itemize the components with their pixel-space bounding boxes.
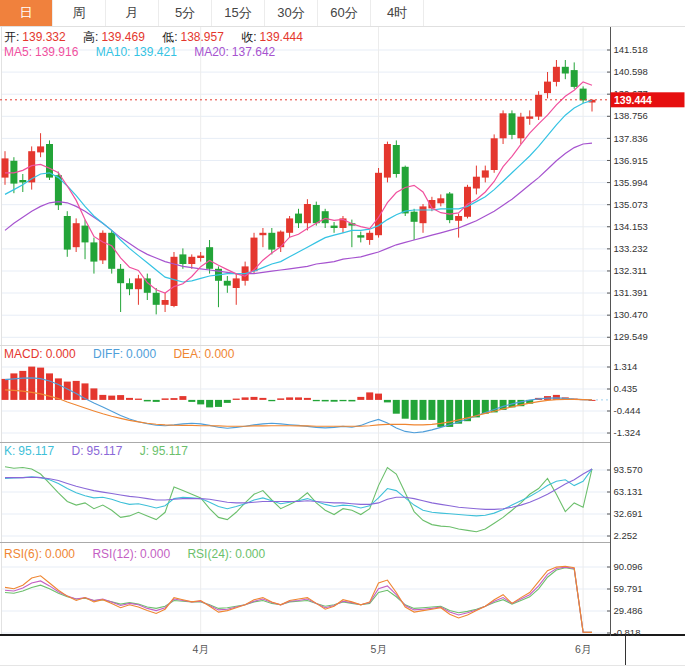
- svg-text:1.314: 1.314: [614, 361, 638, 372]
- svg-text:2.252: 2.252: [614, 530, 638, 541]
- svg-text:141.518: 141.518: [614, 44, 648, 55]
- dea-value: 0.000: [204, 347, 234, 361]
- tab-5分[interactable]: 5分: [159, 0, 212, 26]
- svg-text:6月: 6月: [575, 643, 591, 655]
- ma5-value: 139.916: [35, 45, 78, 59]
- j-value: 95.117: [152, 444, 188, 458]
- rsi24-value: 0.000: [235, 547, 265, 561]
- rsi-header: RSI(6):0.000 RSI(12):0.000 RSI(24):0.000: [4, 547, 268, 561]
- svg-text:90.096: 90.096: [614, 561, 643, 572]
- svg-text:132.311: 132.311: [614, 265, 648, 276]
- ma20-value: 137.642: [232, 45, 275, 59]
- tab-周[interactable]: 周: [53, 0, 106, 26]
- macd-value: 0.000: [46, 347, 76, 361]
- svg-text:-1.324: -1.324: [614, 427, 641, 438]
- svg-text:130.470: 130.470: [614, 309, 648, 320]
- svg-text:129.549: 129.549: [614, 331, 648, 342]
- svg-text:29.486: 29.486: [614, 605, 643, 616]
- svg-text:140.598: 140.598: [614, 66, 648, 77]
- svg-text:134.153: 134.153: [614, 221, 648, 232]
- svg-text:135.073: 135.073: [614, 199, 648, 210]
- tab-15分[interactable]: 15分: [212, 0, 265, 26]
- diff-label: DIFF:: [93, 347, 123, 361]
- high-value: 139.469: [101, 30, 144, 44]
- tab-4时[interactable]: 4时: [371, 0, 424, 26]
- svg-text:133.232: 133.232: [614, 243, 648, 254]
- chart-canvas[interactable]: 141.518140.598139.677138.756137.836136.9…: [0, 0, 685, 668]
- svg-text:-0.818: -0.818: [614, 627, 641, 638]
- high-label: 高:: [83, 30, 98, 44]
- ma5-label: MA5:: [4, 45, 32, 59]
- d-value: 95.117: [87, 444, 123, 458]
- svg-text:5月: 5月: [370, 643, 386, 655]
- svg-text:137.836: 137.836: [614, 133, 648, 144]
- svg-text:63.131: 63.131: [614, 486, 643, 497]
- macd-header: MACD:0.000 DIFF:0.000 DEA:0.000: [4, 347, 237, 361]
- rsi12-label: RSI(12):: [92, 547, 137, 561]
- svg-text:135.994: 135.994: [614, 177, 648, 188]
- svg-text:32.691: 32.691: [614, 508, 643, 519]
- open-label: 开:: [4, 30, 19, 44]
- svg-text:131.391: 131.391: [614, 287, 648, 298]
- ohlc-header: 开:139.332 高:139.469 低:138.957 收:139.444: [4, 29, 306, 46]
- dea-label: DEA:: [173, 347, 201, 361]
- svg-text:0.435: 0.435: [614, 383, 638, 394]
- open-value: 139.332: [22, 30, 65, 44]
- diff-value: 0.000: [126, 347, 156, 361]
- rsi6-value: 0.000: [45, 547, 75, 561]
- ma10-value: 139.421: [133, 45, 176, 59]
- d-label: D:: [72, 444, 84, 458]
- rsi24-label: RSI(24):: [187, 547, 232, 561]
- kdj-header: K:95.117 D:95.117 J:95.117: [4, 444, 191, 458]
- svg-text:93.570: 93.570: [614, 464, 643, 475]
- k-value: 95.117: [18, 444, 54, 458]
- svg-text:-0.444: -0.444: [614, 405, 641, 416]
- svg-text:59.791: 59.791: [614, 583, 643, 594]
- rsi6-label: RSI(6):: [4, 547, 42, 561]
- tab-60分[interactable]: 60分: [318, 0, 371, 26]
- svg-text:136.915: 136.915: [614, 155, 648, 166]
- svg-text:138.756: 138.756: [614, 110, 648, 121]
- trading-chart-app: 日周月5分15分30分60分4时 141.518140.598139.67713…: [0, 0, 685, 668]
- ma10-label: MA10:: [96, 45, 131, 59]
- svg-text:4月: 4月: [192, 643, 208, 655]
- tab-月[interactable]: 月: [106, 0, 159, 26]
- tab-日[interactable]: 日: [0, 0, 53, 26]
- j-label: J:: [140, 444, 149, 458]
- ma20-label: MA20:: [194, 45, 229, 59]
- close-value: 139.444: [260, 30, 303, 44]
- ma-header: MA5:139.916 MA10:139.421 MA20:137.642: [4, 45, 278, 59]
- rsi12-value: 0.000: [140, 547, 170, 561]
- low-value: 138.957: [181, 30, 224, 44]
- k-label: K:: [4, 444, 15, 458]
- close-label: 收:: [241, 30, 256, 44]
- low-label: 低:: [162, 30, 177, 44]
- svg-text:139.444: 139.444: [614, 94, 652, 106]
- macd-label: MACD:: [4, 347, 43, 361]
- tab-30分[interactable]: 30分: [265, 0, 318, 26]
- timeframe-tabbar: 日周月5分15分30分60分4时: [0, 0, 685, 27]
